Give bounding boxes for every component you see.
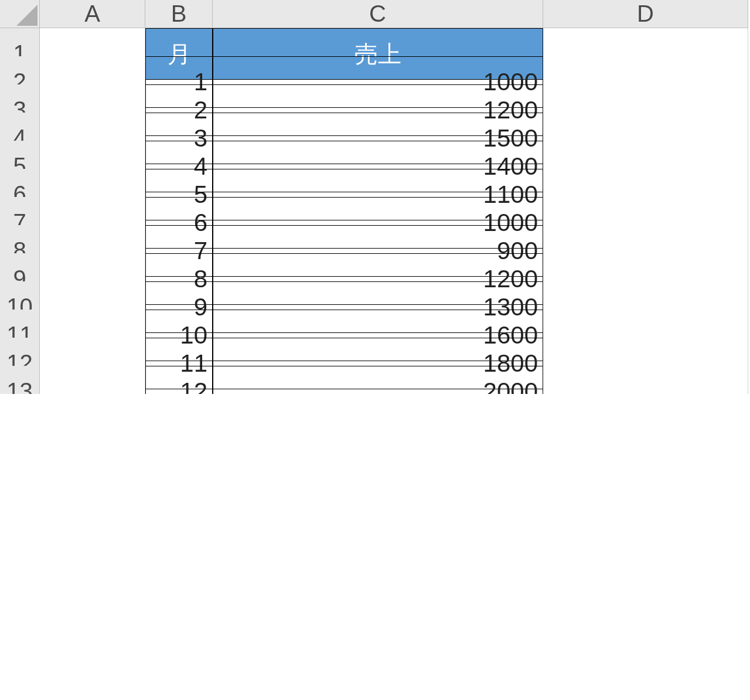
col-header-A[interactable]: A (40, 0, 145, 28)
select-all-corner[interactable] (0, 0, 40, 28)
cell-D13[interactable] (543, 366, 748, 394)
col-header-D[interactable]: D (543, 0, 748, 28)
cell-B13[interactable]: 12 (145, 366, 213, 394)
select-all-triangle-icon (16, 5, 38, 26)
col-header-B[interactable]: B (145, 0, 213, 28)
col-header-C[interactable]: C (213, 0, 543, 28)
spreadsheet-grid[interactable]: A B C D 1 月 売上 2 1 1000 3 2 1200 4 3 150… (0, 0, 750, 394)
cell-A13[interactable] (40, 366, 145, 394)
row-header-13[interactable]: 13 (0, 366, 40, 394)
cell-C13[interactable]: 2000 (213, 366, 543, 394)
svg-marker-0 (16, 5, 38, 26)
